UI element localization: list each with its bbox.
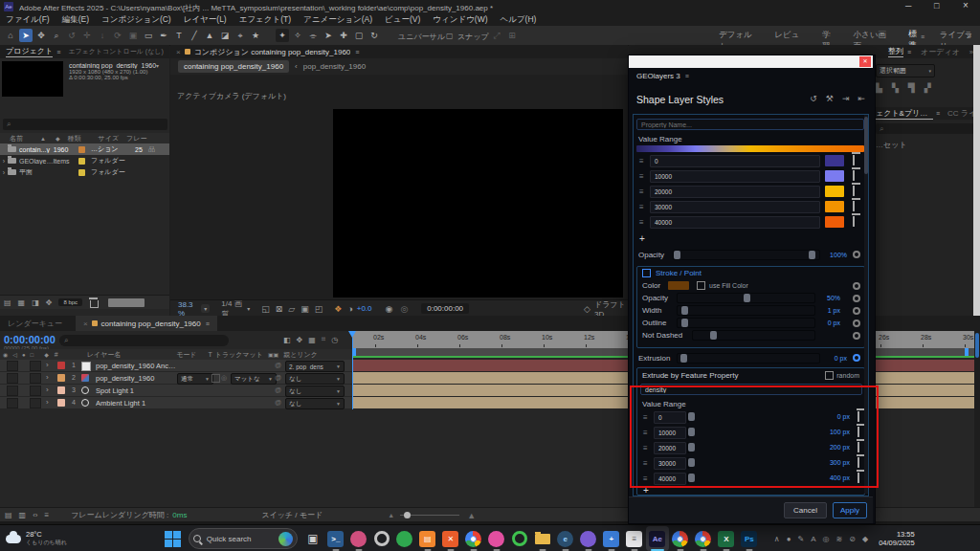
tab-align[interactable]: 整列 — [888, 46, 903, 57]
draft-3d-icon[interactable]: ◇ — [584, 304, 590, 314]
matte-checkbox[interactable] — [212, 374, 220, 383]
zoom-in-icon[interactable]: ▲ — [467, 511, 476, 520]
opacity-value[interactable]: 100% — [820, 252, 847, 258]
drag-handle-icon[interactable]: ≡ — [643, 429, 647, 437]
tab-effects-presets[interactable]: ェクト&プリセット — [876, 108, 933, 120]
taskbar-app-icon[interactable] — [692, 526, 715, 551]
view-option-icon[interactable]: ⊠ — [276, 304, 283, 314]
geolayers-header-icon[interactable]: ⇤ — [858, 94, 865, 103]
exposure-value[interactable]: +0.0 — [357, 304, 372, 313]
tool-icon[interactable]: ✚ — [337, 29, 350, 42]
geolayers-tab[interactable]: GEOlayers 3 — [636, 72, 680, 80]
zoom-out-icon[interactable]: ▲ — [388, 512, 394, 518]
value-input[interactable]: 10000 — [650, 170, 820, 183]
layer-expand-icon[interactable]: › — [46, 398, 49, 407]
layer-name[interactable]: Spot Light 1 — [96, 386, 176, 395]
add-extrude-value-button[interactable]: + — [643, 485, 649, 496]
project-tool-icon[interactable]: ▤ — [4, 298, 11, 307]
project-tab-menu-icon[interactable]: ≡ — [56, 49, 60, 55]
drag-handle-icon[interactable]: ≡ — [639, 157, 643, 165]
timeline-scrollbar[interactable] — [974, 331, 980, 507]
menu-item[interactable]: ウィンドウ(W) — [433, 14, 487, 26]
timeline-tool-icon[interactable]: ▦ — [308, 336, 316, 344]
gear-icon[interactable] — [853, 251, 860, 258]
gear-icon[interactable] — [853, 295, 860, 302]
current-timecode[interactable]: 0:00:00:00 — [4, 334, 56, 345]
tool-icon[interactable]: ▲ — [203, 29, 216, 42]
color-swatch[interactable] — [825, 170, 844, 182]
drag-handle-icon[interactable]: ≡ — [639, 203, 643, 211]
project-tool-icon[interactable]: ◨ — [32, 298, 39, 307]
value-input[interactable]: 30000 — [650, 201, 820, 213]
effects-search-input[interactable]: ⌕ — [876, 123, 975, 134]
label-color-swatch[interactable] — [78, 158, 85, 165]
trash-icon[interactable] — [858, 442, 859, 452]
bit-depth-button[interactable]: 8 bpc — [58, 298, 82, 306]
layer-visibility-box[interactable] — [7, 398, 18, 408]
tab-project[interactable]: プロジェクト — [6, 46, 53, 57]
layer-name[interactable]: pop_density_1960 — [96, 374, 176, 383]
start-button[interactable] — [165, 531, 181, 547]
color-swatch[interactable] — [825, 216, 844, 228]
close-icon[interactable]: ✕ — [859, 56, 871, 67]
parent-pickwhip-icon[interactable]: @ — [275, 386, 281, 393]
comp-timecode[interactable]: 0:00:00:00 — [421, 303, 469, 314]
extrude-height-slider[interactable] — [687, 473, 689, 484]
project-search-input[interactable]: ⌕ — [3, 119, 167, 130]
layer-lock-box[interactable] — [30, 386, 41, 396]
tool-icon[interactable]: ➤ — [19, 29, 33, 42]
stroke-color-swatch[interactable] — [668, 281, 689, 290]
tool-icon[interactable]: ✒ — [157, 29, 170, 42]
geolayers-titlebar[interactable]: ✕ — [629, 55, 873, 68]
tab-composition[interactable]: コンポジション containing pop_density_1960 — [194, 47, 351, 57]
use-fill-color-checkbox[interactable] — [697, 281, 705, 290]
stroke-width-slider[interactable] — [677, 305, 815, 316]
track-matte-dropdown[interactable]: マットな▼ — [231, 373, 277, 385]
layer-lock-box[interactable] — [30, 373, 41, 384]
tool-icon[interactable]: ✧ — [291, 29, 304, 42]
layer-label-swatch[interactable] — [57, 362, 65, 369]
tool-icon[interactable]: ✦ — [276, 29, 289, 42]
geolayers-tab-menu-icon[interactable]: ≡ — [685, 73, 689, 79]
layer-lock-box[interactable] — [30, 361, 41, 371]
close-button[interactable]: × — [963, 0, 969, 11]
taskbar-app-icon[interactable] — [370, 526, 393, 551]
column-icon[interactable]: ◁ — [12, 351, 17, 358]
align-scope-dropdown[interactable]: 選択範囲▾ — [876, 64, 935, 77]
tool-icon[interactable]: ╱ — [188, 29, 201, 42]
geolayers-header-icon[interactable]: ↺ — [810, 94, 817, 103]
breadcrumb-parent[interactable]: pop_density_1960 — [303, 62, 366, 71]
timeline-layer-row[interactable]: › 3 Spot Light 1 ▼ ◎ ▼ @ なし▼ — [0, 385, 352, 396]
camera-view-label[interactable]: アクティブカメラ (デフォルト) — [177, 91, 286, 101]
expand-icon[interactable]: › — [0, 158, 8, 165]
timeline-layer-row[interactable]: › 2 pop_density_1960 通常▼ ◎ マットな▼ @ なし▼ — [0, 372, 352, 384]
layer-label-swatch[interactable] — [57, 374, 65, 382]
tool-icon[interactable]: ⌖ — [234, 29, 247, 42]
scrollbar-thumb[interactable] — [864, 117, 868, 174]
parent-pickwhip-icon[interactable]: @ — [275, 399, 281, 406]
layer-label-swatch[interactable] — [57, 399, 65, 407]
stroke-outline-slider[interactable] — [677, 318, 815, 328]
menu-item[interactable]: レイヤー(L) — [184, 14, 227, 26]
comp-tab-menu-icon[interactable]: ≡ — [355, 49, 359, 55]
trash-icon[interactable] — [853, 186, 855, 196]
expand-icon[interactable]: › — [0, 169, 8, 176]
taskbar-app-icon[interactable]: X — [715, 526, 738, 551]
tool-icon[interactable]: ⌕ — [50, 29, 63, 42]
drag-handle-icon[interactable]: ≡ — [643, 459, 647, 468]
tray-icon[interactable]: ● — [787, 535, 791, 543]
value-input[interactable]: 0 — [654, 411, 686, 424]
menu-item[interactable]: 編集(E) — [62, 14, 89, 26]
blend-mode-dropdown[interactable]: 通常▼ — [177, 373, 213, 385]
property-name-input[interactable] — [636, 119, 864, 130]
tool-icon[interactable]: ⌯ — [306, 29, 320, 42]
tool-icon[interactable]: ➤ — [322, 29, 335, 42]
taskbar-search[interactable]: Quick search — [189, 528, 298, 549]
layer-visibility-box[interactable] — [7, 361, 18, 371]
stroke-section-checkbox[interactable] — [642, 269, 651, 277]
value-range-gradient[interactable] — [636, 145, 864, 152]
project-row[interactable]: › GEOlaye…Items フォルダー — [0, 155, 169, 166]
workspace-menu-icon[interactable]: ≡ — [921, 33, 924, 40]
view-option-icon[interactable]: ▱ — [288, 304, 295, 314]
taskbar-app-icon[interactable] — [485, 526, 508, 551]
